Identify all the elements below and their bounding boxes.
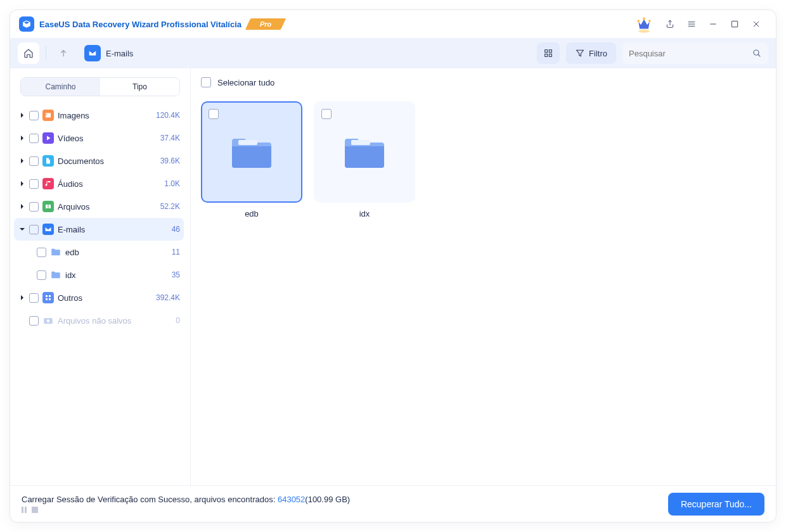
row-checkbox[interactable] (29, 111, 39, 120)
sidebar-item-count: 39.6K (160, 156, 180, 165)
sidebar-item-e-mails[interactable]: E-mails 46 (14, 218, 184, 241)
sidebar-item-count: 392.4K (156, 293, 180, 302)
folder-icon (50, 246, 61, 258)
row-checkbox[interactable] (29, 202, 39, 212)
app-title: EaseUS Data Recovery Wizard Profissional… (39, 20, 242, 29)
row-checkbox[interactable] (29, 293, 39, 303)
sidebar-item-label: Imagens (58, 111, 156, 120)
sidebar-item-label: Documentos (58, 156, 160, 166)
home-button[interactable] (18, 42, 39, 64)
tile-checkbox[interactable] (321, 109, 332, 119)
svg-point-2 (643, 17, 645, 20)
search-field[interactable] (622, 42, 768, 64)
search-icon (752, 48, 762, 58)
tab-caminho[interactable]: Caminho (21, 78, 100, 96)
row-checkbox[interactable] (37, 248, 46, 257)
chevron-down-icon[interactable] (18, 226, 27, 232)
chevron-right-icon[interactable] (18, 135, 27, 141)
select-all-row: Selecionar tudo (191, 68, 776, 96)
sidebar-item-label: Outros (58, 293, 156, 303)
close-button[interactable] (745, 15, 767, 33)
tile-name: edb (201, 209, 302, 218)
chevron-right-icon[interactable] (18, 203, 27, 210)
svg-point-9 (754, 50, 759, 55)
pause-icon[interactable] (22, 507, 27, 513)
sidebar-item-count: 1.0K (164, 179, 180, 188)
sidebar-item-count: 120.4K (156, 111, 180, 120)
select-all-checkbox[interactable] (201, 77, 211, 87)
folder-tile-idx[interactable]: idx (314, 101, 415, 218)
maximize-button[interactable] (724, 15, 745, 33)
camera-icon (42, 315, 54, 326)
svg-rect-5 (545, 50, 548, 53)
row-checkbox[interactable] (29, 179, 39, 189)
document-icon (42, 155, 54, 167)
sidebar-item-outros[interactable]: Outros 392.4K (14, 286, 184, 309)
sidebar-item-edb[interactable]: edb 11 (14, 241, 184, 263)
chevron-right-icon[interactable] (18, 112, 27, 118)
svg-point-1 (637, 20, 640, 22)
crown-icon[interactable] (634, 14, 654, 34)
audio-icon (42, 178, 54, 189)
svg-rect-7 (545, 54, 548, 56)
svg-rect-4 (731, 21, 737, 27)
sidebar-item-idx[interactable]: idx 35 (14, 263, 184, 286)
svg-rect-15 (49, 298, 51, 300)
chevron-right-icon[interactable] (18, 180, 27, 187)
folder-icon (229, 134, 274, 170)
footer: Carregar Sessão de Verificação com Suces… (10, 485, 776, 522)
row-checkbox[interactable] (29, 134, 39, 143)
row-checkbox[interactable] (29, 316, 39, 326)
chevron-right-icon[interactable] (18, 158, 27, 164)
sidebar-tabs: Caminho Tipo (20, 77, 180, 96)
sidebar-item-count: 46 (172, 225, 180, 234)
filter-button[interactable]: Filtro (566, 42, 616, 64)
svg-point-17 (47, 320, 50, 323)
sidebar-item-label: idx (65, 270, 172, 280)
sidebar-item-label: Vídeos (58, 134, 160, 143)
search-input[interactable] (629, 49, 752, 58)
status-size: (100.99 GB) (305, 495, 350, 504)
sidebar-item-count: 0 (176, 316, 180, 325)
row-checkbox[interactable] (37, 270, 46, 280)
sidebar-item-count: 52.2K (160, 202, 180, 211)
video-icon (42, 132, 54, 144)
tab-tipo[interactable]: Tipo (100, 78, 179, 96)
svg-rect-18 (238, 140, 257, 145)
view-grid-button[interactable] (537, 42, 560, 64)
svg-rect-13 (49, 295, 51, 297)
email-icon (42, 224, 54, 235)
recover-button[interactable]: Recuperar Tudo... (668, 493, 764, 516)
stop-icon[interactable] (32, 507, 38, 513)
content-area: Selecionar tudo edb idx (191, 68, 776, 485)
svg-point-0 (638, 30, 650, 33)
row-checkbox[interactable] (29, 225, 39, 234)
folder-icon (342, 134, 387, 170)
row-checkbox[interactable] (29, 156, 39, 166)
breadcrumb[interactable]: E-mails (84, 45, 133, 61)
menu-button[interactable] (681, 15, 702, 33)
chevron-right-icon[interactable] (18, 294, 27, 301)
pro-badge: Pro (248, 17, 283, 31)
sidebar-item-label: E-mails (58, 225, 172, 234)
minimize-button[interactable] (702, 15, 724, 33)
sidebar-item-vídeos[interactable]: Vídeos 37.4K (14, 127, 184, 149)
sidebar-tree: Imagens 120.4K Vídeos 37.4K Documentos 3… (14, 104, 186, 479)
sidebar-item-áudios[interactable]: Áudios 1.0K (14, 172, 184, 195)
sidebar-item-arquivos[interactable]: Arquivos 52.2K (14, 195, 184, 218)
sidebar-item-unsaved[interactable]: Arquivos não salvos 0 (14, 309, 184, 332)
share-button[interactable] (659, 15, 681, 33)
archive-icon (42, 201, 54, 212)
folder-tile-edb[interactable]: edb (201, 101, 302, 218)
sidebar-item-label: Áudios (58, 179, 164, 189)
sidebar-item-label: edb (65, 248, 172, 257)
sidebar-item-documentos[interactable]: Documentos 39.6K (14, 149, 184, 172)
tile-name: idx (314, 209, 415, 218)
image-icon (42, 110, 54, 121)
sidebar-item-imagens[interactable]: Imagens 120.4K (14, 104, 184, 127)
titlebar: EaseUS Data Recovery Wizard Profissional… (10, 10, 776, 38)
tile-checkbox[interactable] (209, 109, 219, 119)
svg-rect-6 (549, 50, 551, 53)
select-all-label: Selecionar tudo (217, 78, 274, 87)
app-icon (19, 16, 34, 32)
